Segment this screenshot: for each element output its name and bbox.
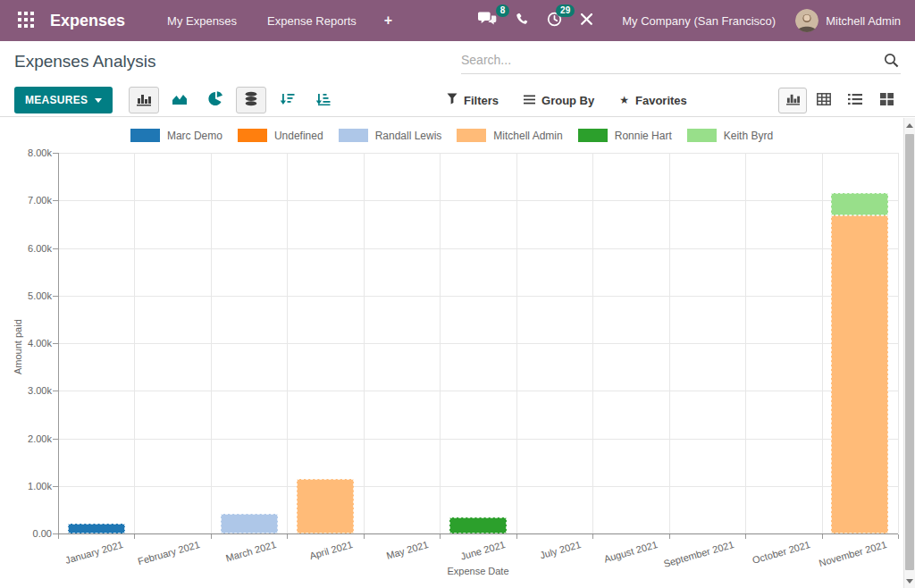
graph-view-button[interactable] [778, 88, 807, 113]
x-tick-mark [745, 534, 746, 539]
gridline [59, 248, 898, 249]
legend-item[interactable]: Ronnie Hart [578, 129, 672, 142]
gridline [59, 153, 898, 154]
y-tick-label: 4.00k [0, 338, 52, 349]
tools-icon [580, 13, 593, 29]
bar-segment[interactable] [68, 524, 125, 533]
x-tick-label: August 2021 [603, 539, 659, 565]
x-tick-mark [211, 534, 212, 539]
x-tick-label: October 2021 [751, 539, 811, 566]
sort-asc-icon [315, 92, 331, 109]
legend-swatch [339, 129, 368, 142]
bar-segment[interactable] [831, 193, 888, 215]
messages-button[interactable]: 8 [469, 6, 506, 36]
x-tick-label: September 2021 [662, 539, 735, 569]
pie-chart-icon [208, 91, 223, 109]
x-tick-mark [516, 534, 517, 539]
stacked-icon [244, 91, 258, 109]
scroll-up-arrow[interactable] [904, 119, 915, 131]
pivot-view-button[interactable] [810, 88, 838, 113]
filters-label: Filters [464, 94, 499, 107]
x-tick-mark [287, 534, 288, 539]
gridline [898, 153, 899, 533]
legend-item[interactable]: Marc Demo [130, 129, 222, 142]
search-icon[interactable] [884, 53, 899, 71]
scroll-down-arrow[interactable] [904, 575, 915, 587]
gridline [59, 486, 898, 487]
x-tick-label: May 2021 [385, 539, 430, 561]
gridline [364, 153, 365, 533]
x-tick-label: February 2021 [136, 539, 200, 567]
x-axis-title: Expense Date [447, 566, 508, 576]
tools-button[interactable] [571, 7, 602, 35]
legend-swatch [130, 129, 160, 142]
gridline [59, 296, 898, 297]
bar-chart-mode-button[interactable] [129, 87, 159, 113]
phone-button[interactable] [506, 6, 538, 35]
x-tick-label: July 2021 [539, 539, 583, 561]
bar-segment[interactable] [297, 479, 354, 533]
x-tick-mark [898, 534, 899, 539]
pie-chart-mode-button[interactable] [200, 87, 231, 113]
bar-segment[interactable] [221, 514, 278, 533]
legend-swatch [238, 129, 267, 142]
chart-legend: Marc DemoUndefinedRandall LewisMitchell … [0, 129, 903, 142]
vertical-scrollbar[interactable] [903, 118, 915, 588]
gridline [440, 153, 441, 533]
gridline [59, 200, 898, 201]
x-tick-mark [669, 534, 670, 539]
measures-label: MEASURES [25, 94, 88, 106]
x-tick-mark [364, 534, 365, 539]
measures-button[interactable]: MEASURES [14, 87, 113, 113]
menu-expense-reports[interactable]: Expense Reports [252, 2, 372, 40]
gridline [59, 343, 898, 344]
sort-desc-button[interactable] [272, 87, 302, 113]
x-tick-label: April 2021 [307, 539, 353, 561]
activities-button[interactable]: 29 [538, 6, 571, 36]
search-input[interactable] [461, 53, 872, 67]
apps-grid-icon [18, 12, 34, 30]
scrollbar-thumb[interactable] [905, 134, 914, 570]
gridline [592, 153, 593, 533]
kanban-view-button[interactable] [872, 88, 901, 113]
top-navbar: Expenses My Expenses Expense Reports + 8 [0, 0, 915, 41]
menu-plus[interactable]: + [372, 2, 405, 39]
graph-view-icon [785, 92, 801, 108]
favorites-label: Favorites [635, 94, 687, 107]
company-switcher[interactable]: My Company (San Francisco) [602, 14, 792, 28]
gridline [669, 153, 670, 533]
menu-my-expenses[interactable]: My Expenses [152, 2, 252, 40]
page-title: Expenses Analysis [14, 52, 155, 71]
filters-button[interactable]: Filters [447, 93, 499, 107]
stacked-toggle-button[interactable] [236, 87, 266, 113]
filter-funnel-icon [447, 93, 458, 107]
legend-label: Undefined [274, 130, 323, 142]
user-name: Mitchell Admin [826, 14, 901, 28]
user-menu[interactable]: Mitchell Admin [792, 9, 901, 32]
y-tick-label: 0.00 [0, 528, 52, 539]
bar-segment[interactable] [831, 215, 888, 533]
group-by-icon [524, 94, 535, 107]
legend-item[interactable]: Randall Lewis [339, 129, 442, 142]
legend-item[interactable]: Keith Byrd [687, 129, 773, 142]
bar-chart-icon [136, 92, 152, 109]
line-chart-mode-button[interactable] [164, 87, 195, 113]
favorites-button[interactable]: ★ Favorites [619, 94, 687, 107]
comments-icon [478, 12, 497, 30]
x-axis-line [58, 533, 898, 534]
sort-asc-button[interactable] [307, 87, 338, 113]
sort-desc-icon [280, 92, 295, 109]
legend-item[interactable]: Mitchell Admin [457, 129, 562, 142]
gridline [59, 439, 898, 440]
list-view-button[interactable] [841, 88, 869, 113]
apps-menu-button[interactable] [14, 8, 38, 34]
legend-item[interactable]: Undefined [238, 129, 323, 142]
legend-label: Ronnie Hart [615, 130, 672, 142]
y-tick-label: 8.00k [0, 147, 52, 158]
app-name[interactable]: Expenses [50, 12, 125, 30]
x-tick-mark [134, 534, 135, 539]
group-by-button[interactable]: Group By [524, 94, 594, 107]
x-tick-label: November 2021 [818, 539, 888, 568]
x-tick-mark [440, 534, 441, 539]
bar-segment[interactable] [449, 517, 507, 533]
